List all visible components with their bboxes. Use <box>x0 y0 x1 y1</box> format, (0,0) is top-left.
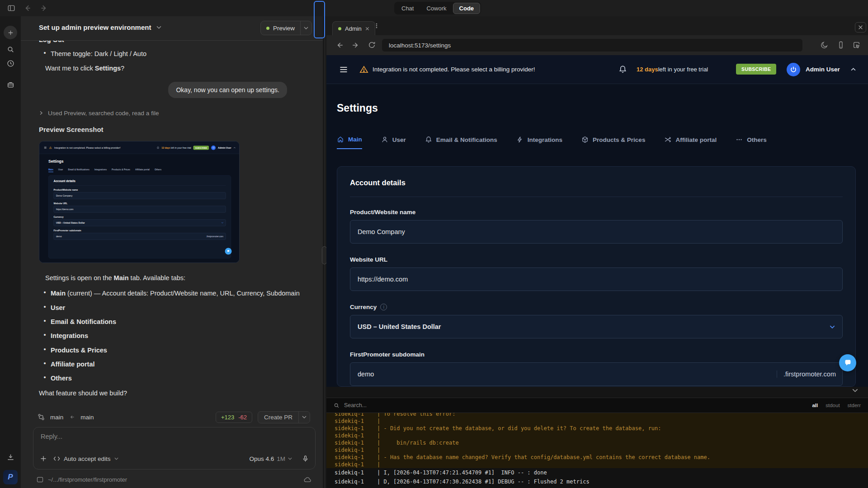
terminal-search-row: all stdout stderr <box>326 398 868 413</box>
bell-icon[interactable] <box>618 65 627 74</box>
chevron-up-icon[interactable] <box>851 68 856 71</box>
filter-stdout[interactable]: stdout <box>826 403 840 408</box>
attach-plus-icon[interactable] <box>40 455 47 462</box>
chevron-down-icon[interactable] <box>156 26 161 29</box>
log-line: sidekiq-1| To resolve this error: <box>326 413 868 418</box>
close-tab-icon[interactable] <box>365 27 369 31</box>
diff-stats[interactable]: +123 -62 <box>216 412 252 423</box>
page-title: Settings <box>337 102 378 114</box>
status-dot <box>338 27 341 30</box>
admin-header: Integration is not completed. Please sel… <box>326 55 868 84</box>
tab-integrations[interactable]: Integrations <box>516 136 562 149</box>
trial-countdown: 12 days left in your free trial <box>637 66 708 73</box>
workspace-path[interactable]: ~/.../firstpromoter/firstpromoter <box>48 476 127 483</box>
tab-products-prices[interactable]: Products & Prices <box>581 136 645 149</box>
admin-user-menu[interactable]: Admin User <box>806 66 840 73</box>
terminal-log-output[interactable]: sidekiq-1| To resolve this error: sideki… <box>326 413 868 488</box>
conversation-title[interactable]: Set up admin preview environment <box>39 23 151 31</box>
history-icon[interactable] <box>4 56 17 70</box>
chat-header: Set up admin preview environment Preview <box>21 16 323 41</box>
reply-input[interactable] <box>41 433 222 440</box>
chat-panel: Log Out • Theme toggle: Dark / Light / A… <box>21 16 323 488</box>
currency-select[interactable]: USD – United States Dollar <box>350 315 843 338</box>
list-item: •Main (current) — Account details: Produ… <box>39 289 311 298</box>
model-selector[interactable]: Opus 4.6 1M <box>249 455 292 462</box>
branch-target[interactable]: main <box>50 414 63 421</box>
chevron-down-icon[interactable] <box>852 389 858 392</box>
info-icon[interactable]: i <box>380 304 387 310</box>
microphone-icon[interactable] <box>302 455 309 463</box>
close-preview-icon[interactable] <box>855 22 866 33</box>
log-line: sidekiq-1| - Has the database name chang… <box>326 454 868 461</box>
log-line: sidekiq-1| I, [2026-04-13T07:47:21.45470… <box>326 468 868 477</box>
filter-stderr[interactable]: stderr <box>848 403 861 408</box>
list-item: • Theme toggle: Dark / Light / Auto <box>39 49 311 58</box>
tab-main[interactable]: Main <box>337 136 362 149</box>
warning-icon <box>49 146 52 149</box>
cloud-icon[interactable] <box>304 477 311 483</box>
preview-screenshot-image[interactable]: Integration is not completed. Please sel… <box>39 141 240 263</box>
create-pr-dropdown-caret[interactable] <box>298 412 310 423</box>
pane-resize-focus-indicator[interactable] <box>314 1 325 38</box>
log-search-input[interactable] <box>344 402 807 408</box>
product-name-field[interactable] <box>350 220 843 244</box>
inspect-element-icon[interactable] <box>853 41 860 49</box>
deletions-count: -62 <box>238 414 247 421</box>
user-avatar[interactable]: P <box>3 470 18 484</box>
tab-chat[interactable]: Chat <box>395 3 420 14</box>
menu-icon[interactable] <box>339 65 348 74</box>
ellipsis-icon <box>736 136 743 143</box>
card-title: Account details <box>350 178 843 197</box>
forward-icon[interactable] <box>352 41 360 49</box>
tab-affiliate-portal[interactable]: Affiliate portal <box>664 136 717 149</box>
download-icon[interactable] <box>4 450 17 464</box>
mode-switcher: Chat Cowork Code <box>394 2 481 14</box>
search-icon[interactable] <box>4 42 17 56</box>
tab-user[interactable]: User <box>381 136 406 149</box>
support-chat-fab chat-bubble-icon[interactable] <box>839 354 856 371</box>
tab-code[interactable]: Code <box>453 3 481 14</box>
website-url-label: Website URL <box>350 256 843 263</box>
assistant-question: Want me to click Settings? <box>45 64 311 73</box>
arrow-left-icon <box>69 414 75 420</box>
refresh-icon[interactable] <box>368 41 376 49</box>
history-forward-icon[interactable] <box>40 4 48 12</box>
browser-tab-admin[interactable]: Admin <box>332 21 375 35</box>
back-icon[interactable] <box>335 41 344 49</box>
workspace-icon[interactable] <box>4 78 17 91</box>
admin-avatar power-logo-icon[interactable] <box>787 63 800 76</box>
left-rail: P <box>0 16 21 488</box>
bell-icon <box>425 136 432 143</box>
chevron-down-icon <box>830 325 835 328</box>
subdomain-field[interactable] <box>350 371 777 378</box>
browser-tab-strip: Admin <box>326 16 868 35</box>
auto-accept-edits-toggle[interactable]: Auto accept edits <box>53 455 118 462</box>
history-back-icon[interactable] <box>24 4 32 12</box>
url-bar[interactable]: localhost:5173/settings <box>382 39 802 52</box>
tab-others[interactable]: Others <box>736 136 767 149</box>
tab-cowork[interactable]: Cowork <box>420 3 453 14</box>
additions-count: +123 <box>221 414 234 421</box>
power-logo-icon <box>211 145 216 150</box>
dark-mode-icon[interactable] <box>821 41 828 49</box>
create-pr-button[interactable]: Create PR <box>258 411 310 423</box>
pane-divider[interactable] <box>323 16 326 488</box>
status-dot <box>266 27 269 30</box>
branch-source[interactable]: main <box>80 414 94 421</box>
preview-dropdown-caret[interactable] <box>300 21 311 35</box>
list-item: •Email & Notifications <box>39 317 311 326</box>
preview-button[interactable]: Preview <box>260 21 312 35</box>
account-details-card: Account details Product/Website name Web… <box>337 166 856 387</box>
filter-all[interactable]: all <box>812 403 818 408</box>
sidebar-toggle-icon[interactable] <box>7 4 15 12</box>
tab-email-notifications[interactable]: Email & Notifications <box>425 136 497 149</box>
tool-call-summary[interactable]: Used Preview, searched code, read a file <box>39 110 311 117</box>
tabs-intro-text: Settings is open on the Main tab. Availa… <box>45 274 311 283</box>
mobile-view-icon[interactable] <box>837 41 844 49</box>
tab-menu-icon[interactable] <box>373 22 380 29</box>
website-url-field[interactable] <box>350 267 843 291</box>
chevron-right-icon <box>39 111 43 115</box>
new-chat-button[interactable] <box>4 26 17 39</box>
search-icon <box>334 403 340 408</box>
subscribe-button[interactable]: SUBSCRIBE <box>736 64 776 75</box>
